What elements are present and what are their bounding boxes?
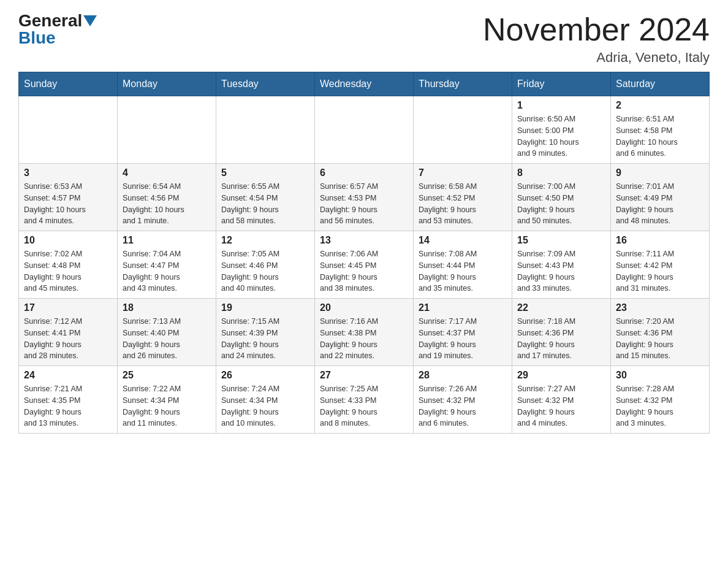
day-number: 1 (517, 100, 605, 111)
calendar-row: 3Sunrise: 6:53 AM Sunset: 4:57 PM Daylig… (19, 164, 710, 231)
day-info: Sunrise: 7:27 AM Sunset: 4:32 PM Dayligh… (517, 383, 605, 429)
month-title: November 2024 (483, 12, 710, 47)
calendar-cell: 4Sunrise: 6:54 AM Sunset: 4:56 PM Daylig… (118, 164, 216, 231)
calendar-cell: 22Sunrise: 7:18 AM Sunset: 4:36 PM Dayli… (512, 299, 611, 366)
calendar-cell: 5Sunrise: 6:55 AM Sunset: 4:54 PM Daylig… (216, 164, 315, 231)
weekday-header-friday: Friday (512, 72, 611, 96)
day-info: Sunrise: 7:12 AM Sunset: 4:41 PM Dayligh… (24, 316, 112, 362)
day-number: 28 (419, 370, 507, 381)
day-number: 24 (24, 370, 112, 381)
day-info: Sunrise: 7:22 AM Sunset: 4:34 PM Dayligh… (123, 383, 211, 429)
day-info: Sunrise: 7:18 AM Sunset: 4:36 PM Dayligh… (517, 316, 605, 362)
day-info: Sunrise: 7:15 AM Sunset: 4:39 PM Dayligh… (221, 316, 309, 362)
day-number: 21 (419, 302, 507, 313)
day-number: 5 (221, 167, 309, 178)
day-info: Sunrise: 7:25 AM Sunset: 4:33 PM Dayligh… (320, 383, 408, 429)
calendar-cell (315, 96, 414, 164)
day-info: Sunrise: 6:50 AM Sunset: 5:00 PM Dayligh… (517, 113, 605, 159)
day-info: Sunrise: 6:57 AM Sunset: 4:53 PM Dayligh… (320, 181, 408, 227)
day-number: 23 (616, 302, 704, 313)
calendar-cell: 2Sunrise: 6:51 AM Sunset: 4:58 PM Daylig… (611, 96, 710, 164)
calendar-cell: 7Sunrise: 6:58 AM Sunset: 4:52 PM Daylig… (414, 164, 512, 231)
logo-arrow-icon (83, 15, 97, 26)
day-info: Sunrise: 7:04 AM Sunset: 4:47 PM Dayligh… (123, 248, 211, 294)
day-info: Sunrise: 7:09 AM Sunset: 4:43 PM Dayligh… (517, 248, 605, 294)
calendar-table: SundayMondayTuesdayWednesdayThursdayFrid… (18, 72, 710, 434)
day-number: 12 (221, 235, 309, 246)
day-number: 26 (221, 370, 309, 381)
day-number: 10 (24, 235, 112, 246)
title-section: November 2024 Adria, Veneto, Italy (483, 12, 710, 66)
logo: General Blue (18, 12, 97, 47)
weekday-header-sunday: Sunday (19, 72, 118, 96)
calendar-cell: 29Sunrise: 7:27 AM Sunset: 4:32 PM Dayli… (512, 366, 611, 434)
day-info: Sunrise: 6:58 AM Sunset: 4:52 PM Dayligh… (419, 181, 507, 227)
day-info: Sunrise: 6:55 AM Sunset: 4:54 PM Dayligh… (221, 181, 309, 227)
calendar-cell: 30Sunrise: 7:28 AM Sunset: 4:32 PM Dayli… (611, 366, 710, 434)
calendar-cell: 8Sunrise: 7:00 AM Sunset: 4:50 PM Daylig… (512, 164, 611, 231)
calendar-cell: 19Sunrise: 7:15 AM Sunset: 4:39 PM Dayli… (216, 299, 315, 366)
calendar-cell: 16Sunrise: 7:11 AM Sunset: 4:42 PM Dayli… (611, 231, 710, 299)
svg-marker-0 (83, 15, 97, 26)
calendar-row: 17Sunrise: 7:12 AM Sunset: 4:41 PM Dayli… (19, 299, 710, 366)
calendar-row: 10Sunrise: 7:02 AM Sunset: 4:48 PM Dayli… (19, 231, 710, 299)
day-number: 7 (419, 167, 507, 178)
day-info: Sunrise: 7:05 AM Sunset: 4:46 PM Dayligh… (221, 248, 309, 294)
weekday-header-row: SundayMondayTuesdayWednesdayThursdayFrid… (19, 72, 710, 96)
calendar-cell: 20Sunrise: 7:16 AM Sunset: 4:38 PM Dayli… (315, 299, 414, 366)
calendar-cell: 27Sunrise: 7:25 AM Sunset: 4:33 PM Dayli… (315, 366, 414, 434)
day-info: Sunrise: 6:51 AM Sunset: 4:58 PM Dayligh… (616, 113, 704, 159)
weekday-header-tuesday: Tuesday (216, 72, 315, 96)
day-info: Sunrise: 7:16 AM Sunset: 4:38 PM Dayligh… (320, 316, 408, 362)
calendar-cell: 24Sunrise: 7:21 AM Sunset: 4:35 PM Dayli… (19, 366, 118, 434)
weekday-header-wednesday: Wednesday (315, 72, 414, 96)
day-info: Sunrise: 7:08 AM Sunset: 4:44 PM Dayligh… (419, 248, 507, 294)
day-number: 30 (616, 370, 704, 381)
day-info: Sunrise: 7:02 AM Sunset: 4:48 PM Dayligh… (24, 248, 112, 294)
logo-blue-text: Blue (18, 29, 56, 47)
calendar-cell: 10Sunrise: 7:02 AM Sunset: 4:48 PM Dayli… (19, 231, 118, 299)
calendar-cell (216, 96, 315, 164)
day-info: Sunrise: 6:54 AM Sunset: 4:56 PM Dayligh… (123, 181, 211, 227)
calendar-cell: 3Sunrise: 6:53 AM Sunset: 4:57 PM Daylig… (19, 164, 118, 231)
calendar-cell: 1Sunrise: 6:50 AM Sunset: 5:00 PM Daylig… (512, 96, 611, 164)
calendar-cell: 17Sunrise: 7:12 AM Sunset: 4:41 PM Dayli… (19, 299, 118, 366)
day-number: 18 (123, 302, 211, 313)
day-info: Sunrise: 7:20 AM Sunset: 4:36 PM Dayligh… (616, 316, 704, 362)
day-number: 6 (320, 167, 408, 178)
location-text: Adria, Veneto, Italy (483, 50, 710, 66)
calendar-cell: 18Sunrise: 7:13 AM Sunset: 4:40 PM Dayli… (118, 299, 216, 366)
day-info: Sunrise: 7:11 AM Sunset: 4:42 PM Dayligh… (616, 248, 704, 294)
day-info: Sunrise: 7:00 AM Sunset: 4:50 PM Dayligh… (517, 181, 605, 227)
day-number: 19 (221, 302, 309, 313)
day-number: 2 (616, 100, 704, 111)
day-number: 9 (616, 167, 704, 178)
day-number: 17 (24, 302, 112, 313)
calendar-cell: 25Sunrise: 7:22 AM Sunset: 4:34 PM Dayli… (118, 366, 216, 434)
day-number: 8 (517, 167, 605, 178)
day-info: Sunrise: 7:28 AM Sunset: 4:32 PM Dayligh… (616, 383, 704, 429)
calendar-cell: 13Sunrise: 7:06 AM Sunset: 4:45 PM Dayli… (315, 231, 414, 299)
calendar-cell (118, 96, 216, 164)
day-info: Sunrise: 7:13 AM Sunset: 4:40 PM Dayligh… (123, 316, 211, 362)
calendar-row: 1Sunrise: 6:50 AM Sunset: 5:00 PM Daylig… (19, 96, 710, 164)
day-info: Sunrise: 7:21 AM Sunset: 4:35 PM Dayligh… (24, 383, 112, 429)
calendar-cell (414, 96, 512, 164)
calendar-cell: 15Sunrise: 7:09 AM Sunset: 4:43 PM Dayli… (512, 231, 611, 299)
day-number: 4 (123, 167, 211, 178)
day-info: Sunrise: 6:53 AM Sunset: 4:57 PM Dayligh… (24, 181, 112, 227)
calendar-cell: 9Sunrise: 7:01 AM Sunset: 4:49 PM Daylig… (611, 164, 710, 231)
calendar-cell: 12Sunrise: 7:05 AM Sunset: 4:46 PM Dayli… (216, 231, 315, 299)
day-number: 11 (123, 235, 211, 246)
day-number: 20 (320, 302, 408, 313)
day-number: 29 (517, 370, 605, 381)
logo-general-text: General (18, 12, 82, 29)
day-number: 25 (123, 370, 211, 381)
calendar-cell (19, 96, 118, 164)
day-number: 27 (320, 370, 408, 381)
day-number: 22 (517, 302, 605, 313)
day-info: Sunrise: 7:26 AM Sunset: 4:32 PM Dayligh… (419, 383, 507, 429)
calendar-cell: 21Sunrise: 7:17 AM Sunset: 4:37 PM Dayli… (414, 299, 512, 366)
day-number: 3 (24, 167, 112, 178)
calendar-cell: 28Sunrise: 7:26 AM Sunset: 4:32 PM Dayli… (414, 366, 512, 434)
